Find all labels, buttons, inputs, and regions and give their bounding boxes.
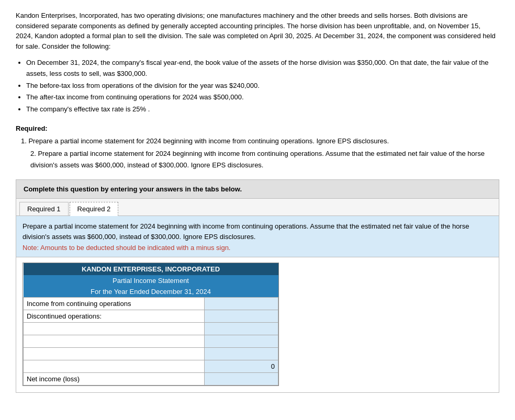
input-net-income[interactable] xyxy=(208,375,275,383)
row-label-5[interactable] xyxy=(24,348,205,360)
row-label-net-income: Net income (loss) xyxy=(24,373,205,385)
table-row xyxy=(24,323,278,335)
input-label-6[interactable] xyxy=(27,362,201,370)
required-list: 1. Prepare a partial income statement fo… xyxy=(21,135,499,171)
row-label-6[interactable] xyxy=(24,360,205,373)
instruction-box: Complete this question by entering your … xyxy=(16,179,499,199)
row-input-continuing[interactable] xyxy=(205,298,278,310)
bullet-item-3: The after-tax income from continuing ope… xyxy=(26,92,499,103)
table-period: For the Year Ended December 31, 2024 xyxy=(24,286,278,298)
required-section: Required: 1. Prepare a partial income st… xyxy=(16,124,499,171)
row-input-3[interactable] xyxy=(205,323,278,335)
table-title: KANDON ENTERPRISES, INCORPORATED xyxy=(24,263,278,275)
bullet-list: On December 31, 2024, the company's fisc… xyxy=(26,58,499,115)
income-statement-table-wrapper: KANDON ENTERPRISES, INCORPORATED Partial… xyxy=(23,263,279,386)
input-label-5[interactable] xyxy=(27,350,201,358)
table-subtitle-row: Partial Income Statement xyxy=(24,275,278,286)
intro-paragraph: Kandon Enterprises, Incorporated, has tw… xyxy=(16,10,499,51)
tab-required-2[interactable]: Required 2 xyxy=(70,202,119,216)
row-cell-discontinued xyxy=(205,310,278,323)
tab-required-1[interactable]: Required 1 xyxy=(19,202,69,215)
bullet-item-1: On December 31, 2024, the company's fisc… xyxy=(26,58,499,80)
input-val-4[interactable] xyxy=(208,337,275,345)
tabs-row: Required 1 Required 2 xyxy=(16,199,499,216)
input-continuing[interactable] xyxy=(208,300,275,308)
row-label-discontinued: Discontinued operations: xyxy=(24,310,205,323)
row-val-6: 0 xyxy=(205,360,278,373)
table-title-row: KANDON ENTERPRISES, INCORPORATED xyxy=(24,263,278,275)
row-label-4[interactable] xyxy=(24,335,205,348)
table-row-net-income: Net income (loss) xyxy=(24,373,278,385)
table-row: Discontinued operations: xyxy=(24,310,278,323)
income-statement-table: KANDON ENTERPRISES, INCORPORATED Partial… xyxy=(23,263,278,385)
table-row: Income from continuing operations xyxy=(24,298,278,310)
row-label-continuing: Income from continuing operations xyxy=(24,298,205,310)
tab-content-area: Prepare a partial income statement for 2… xyxy=(16,216,499,257)
tab-note: Note: Amounts to be deducted should be i… xyxy=(23,244,492,252)
table-subtitle: Partial Income Statement xyxy=(24,275,278,286)
row-input-4[interactable] xyxy=(205,335,278,348)
table-row xyxy=(24,348,278,360)
bullet-item-2: The before-tax loss from operations of t… xyxy=(26,81,499,92)
input-val-5[interactable] xyxy=(208,350,275,358)
table-row xyxy=(24,335,278,348)
required-item-2: 2. Prepare a partial income statement fo… xyxy=(21,148,499,171)
tab-description: Prepare a partial income statement for 2… xyxy=(23,221,492,242)
table-row-total: 0 xyxy=(24,360,278,373)
row-label-3[interactable] xyxy=(24,323,205,335)
input-label-3[interactable] xyxy=(27,325,201,333)
tabs-container: Required 1 Required 2 Prepare a partial … xyxy=(16,199,499,393)
row-input-5[interactable] xyxy=(205,348,278,360)
table-period-row: For the Year Ended December 31, 2024 xyxy=(24,286,278,298)
input-label-4[interactable] xyxy=(27,337,201,345)
input-val-3[interactable] xyxy=(208,325,275,333)
required-label: Required: xyxy=(16,124,499,132)
required-item-1: 1. Prepare a partial income statement fo… xyxy=(21,135,499,147)
bullet-item-4: The company's effective tax rate is 25% … xyxy=(26,104,499,115)
row-input-net-income[interactable] xyxy=(205,373,278,385)
